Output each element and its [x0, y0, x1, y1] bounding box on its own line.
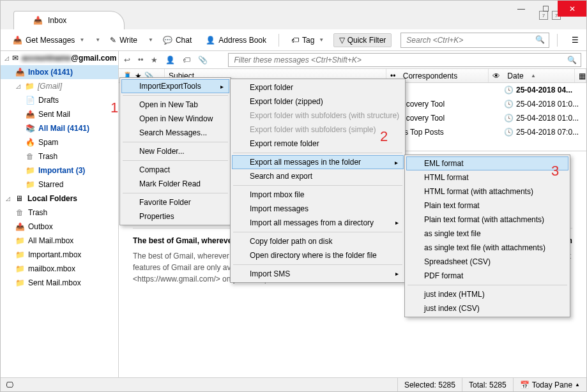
write-button[interactable]: ✎ Write — [105, 33, 142, 47]
ctx-open-directory[interactable]: Open directory where is the folder file — [232, 248, 404, 262]
chevron-down-icon[interactable]: ▼ — [148, 37, 153, 43]
sidebar-item-sent-mail-mbox[interactable]: 📁Sent Mail.mbox — [1, 276, 118, 290]
ctx-new-folder[interactable]: New Folder... — [121, 144, 229, 158]
sidebar-item-mailbox-mbox[interactable]: 📁mailbox.mbox — [1, 262, 118, 276]
sidebar-item-all-mail[interactable]: 📚All Mail (4141) — [1, 121, 118, 135]
chevron-down-icon[interactable]: ▼ — [95, 37, 100, 43]
sidebar-item-gmail[interactable]: ◿ 📁 [Gmail] — [1, 79, 118, 93]
tab-inbox[interactable]: 📥 Inbox — [13, 11, 125, 29]
contact-icon[interactable]: 👤 — [165, 56, 175, 64]
tag-button[interactable]: 🏷 Tag ▼ — [287, 33, 328, 47]
separator — [123, 160, 228, 161]
inbox-label: Inbox (4141) — [28, 68, 73, 77]
ctx-index-html[interactable]: just index (HTML) — [406, 287, 568, 301]
sidebar-item-local-trash[interactable]: 🗑Trash — [1, 206, 118, 220]
today-pane-label: Today Pane — [532, 381, 572, 389]
ctx-mark-folder-read[interactable]: Mark Folder Read — [121, 177, 229, 191]
annotation-2: 2 — [380, 128, 388, 145]
ctx-open-new-window[interactable]: Open in New Window — [121, 112, 229, 126]
col-picker[interactable]: ▦ — [575, 69, 586, 82]
sidebar-item-important[interactable]: 📁Important (3) — [1, 163, 118, 177]
search-input[interactable] — [406, 36, 532, 45]
folder-icon: 📁 — [25, 165, 35, 176]
window-close[interactable]: ✕ — [558, 1, 586, 17]
sidebar-item-spam[interactable]: 🔥Spam — [1, 135, 118, 149]
status-today-pane[interactable]: 📅Today Pane▲ — [513, 378, 586, 391]
sidebar-item-all-mail-mbox[interactable]: 📁All Mail.mbox — [1, 234, 118, 248]
reply-icon[interactable]: ↩ — [124, 56, 130, 64]
chevron-right-icon: ▸ — [220, 83, 224, 90]
inbox-icon: 📥 — [15, 67, 25, 77]
export-format-submenu: EML format HTML format HTML format (with… — [404, 155, 570, 317]
ctx-plain-text-attachments[interactable]: Plain text format (with attachments) — [406, 213, 568, 227]
ctx-import-all-from-dir[interactable]: Import all messages from a directory▸ — [232, 216, 404, 230]
ctx-html-format[interactable]: HTML format — [406, 170, 568, 185]
ctx-favorite-folder[interactable]: Favorite Folder — [121, 195, 229, 209]
star-icon[interactable]: ★ — [151, 56, 158, 64]
ctx-compact[interactable]: Compact — [121, 163, 229, 177]
ctx-pdf-format[interactable]: PDF format — [406, 269, 568, 283]
attachment-icon[interactable]: 📎 — [198, 56, 208, 64]
folder-icon: 📁 — [15, 278, 25, 288]
ctx-single-text-file-attachments[interactable]: as single text file (with attachments) — [406, 241, 568, 255]
ctx-plain-text[interactable]: Plain text format — [406, 199, 568, 213]
ctx-index-csv[interactable]: just index (CSV) — [406, 301, 568, 315]
ctx-label: ImportExportTools — [139, 82, 201, 91]
ctx-export-folder[interactable]: Export folder — [232, 80, 404, 94]
collapse-icon[interactable]: ◿ — [15, 83, 21, 89]
sidebar-item-important-mbox[interactable]: 📁Important.mbox — [1, 248, 118, 262]
window-minimize[interactable]: — — [509, 1, 533, 17]
chevron-down-icon[interactable]: ▼ — [79, 37, 84, 43]
ctx-export-remote-folder[interactable]: Export remote folder — [232, 137, 404, 151]
tag-icon[interactable]: 🏷 — [183, 56, 190, 64]
collapse-icon[interactable]: ◿ — [4, 55, 9, 61]
filter-input[interactable] — [234, 56, 564, 64]
account-row[interactable]: ◿ ✉ accountname@gmail.com — [1, 51, 118, 65]
ctx-open-new-tab[interactable]: Open in New Tab — [121, 98, 229, 112]
ctx-search-and-export[interactable]: Search and export — [232, 169, 404, 183]
local-folders-label: Local Folders — [27, 194, 77, 203]
col-date[interactable]: 👁 Date ▲ — [489, 69, 575, 82]
filter-icon: ▽ — [339, 36, 345, 45]
get-messages-button[interactable]: 📥 Get Messages ▼ — [8, 33, 89, 47]
ctx-importexporttools[interactable]: ImportExportTools▸ — [121, 79, 229, 93]
row-date: 25-04-2018 07:0... — [516, 128, 579, 137]
unread-icon[interactable]: •• — [138, 56, 143, 64]
ctx-import-mbox[interactable]: Import mbox file — [232, 188, 404, 202]
sidebar-item-local-folders[interactable]: ◿🖥Local Folders — [1, 192, 118, 206]
ctx-single-text-file[interactable]: as single text file — [406, 227, 568, 241]
ctx-export-folder-zipped[interactable]: Export folder (zipped) — [232, 94, 404, 109]
sidebar-item-inbox[interactable]: 📥 Inbox (4141) — [1, 65, 118, 79]
ctx-import-messages[interactable]: Import messages — [232, 202, 404, 216]
search-box[interactable]: 🔍 — [400, 33, 549, 48]
window-maximize[interactable]: ☐ — [533, 1, 558, 17]
filter-box[interactable]: 🔍 — [228, 53, 581, 67]
computer-icon: 🖥 — [14, 193, 24, 204]
importexport-submenu: Export folder Export folder (zipped) Exp… — [230, 79, 406, 283]
chat-button[interactable]: 💬 Chat — [158, 33, 196, 47]
ctx-spreadsheet-csv[interactable]: Spreadsheet (CSV) — [406, 255, 568, 269]
sidebar-item-trash[interactable]: 🗑Trash — [1, 149, 118, 163]
chevron-right-icon: ▸ — [395, 219, 399, 226]
quick-filter-label: Quick Filter — [347, 36, 386, 45]
sidebar-item-drafts[interactable]: 📄Drafts — [1, 93, 118, 107]
folder-icon: 📁 — [15, 250, 25, 260]
search-icon[interactable]: 🔍 — [567, 56, 577, 64]
address-book-button[interactable]: 👤 Address Book — [201, 33, 271, 47]
status-activity-icon[interactable]: 🖵 — [1, 378, 20, 391]
quick-filter-button[interactable]: ▽ Quick Filter — [333, 33, 392, 47]
sidebar-item-outbox[interactable]: 📤Outbox — [1, 220, 118, 234]
search-icon[interactable]: 🔍 — [535, 35, 545, 44]
sidebar-item-sent-mail[interactable]: 📤Sent Mail — [1, 107, 118, 121]
hamburger-menu-icon[interactable]: ☰ — [572, 36, 579, 45]
sidebar-item-starred[interactable]: 📁Starred — [1, 177, 118, 192]
chevron-down-icon[interactable]: ▼ — [319, 37, 324, 43]
ctx-eml-format[interactable]: EML format — [406, 156, 568, 170]
ctx-import-sms[interactable]: Import SMS▸ — [232, 267, 404, 281]
ctx-search-messages[interactable]: Search Messages... — [121, 126, 229, 140]
ctx-html-attachments[interactable]: HTML format (with attachments) — [406, 185, 568, 199]
ctx-properties[interactable]: Properties — [121, 209, 229, 223]
collapse-icon[interactable]: ◿ — [4, 195, 11, 202]
ctx-export-all-messages[interactable]: Export all messages in the folder▸ — [232, 155, 404, 169]
ctx-copy-folder-path[interactable]: Copy folder path on disk — [232, 234, 404, 248]
